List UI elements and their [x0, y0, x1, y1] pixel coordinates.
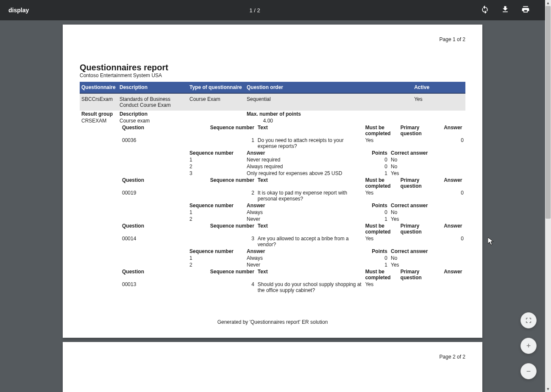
text-label: Text	[256, 268, 364, 281]
ans-seq-label: Sequence number	[188, 150, 245, 156]
answer-label: Answer	[442, 222, 465, 235]
document-scroll-area[interactable]: Page 1 of 2 Questionnaires report Contos…	[0, 20, 545, 392]
question-label: Question	[120, 268, 195, 281]
ans-correct-label: Correct answer	[389, 248, 465, 255]
ans-points-label: Points	[364, 202, 389, 209]
ans-correct-label: Correct answer	[389, 150, 465, 156]
ans-answer-label: Answer	[245, 202, 364, 209]
page-indicator: 1 / 2	[29, 7, 481, 14]
question-block: QuestionSequence numberTextMust be compl…	[80, 222, 465, 248]
print-icon[interactable]	[521, 5, 530, 15]
page-number-label: Page 2 of 2	[80, 354, 465, 360]
must-label: Must be completed	[364, 177, 399, 189]
answer-row: 3Only required for expenses above 25 USD…	[80, 170, 465, 177]
col-order: Question order	[245, 82, 412, 93]
col-active: Active	[412, 82, 465, 93]
must-label: Must be completed	[364, 124, 399, 137]
answer-row: 2Never1Yes	[80, 261, 465, 268]
answer-row: 1Always0No	[80, 209, 465, 216]
text-label: Text	[256, 222, 364, 235]
pdf-page-2: Page 2 of 2	[63, 342, 482, 392]
question-row: 000143Are you allowed to accept a bribe …	[80, 235, 465, 248]
question-block: QuestionSequence numberTextMust be compl…	[80, 124, 465, 150]
questionnaire-row: SBCCrsExam Standards of Business Conduct…	[80, 93, 465, 111]
answer-label: Answer	[442, 268, 465, 281]
rotate-icon[interactable]	[481, 5, 489, 15]
pdf-page-1: Page 1 of 2 Questionnaires report Contos…	[63, 25, 482, 338]
report-table: Questionnaire Description Type of questi…	[80, 82, 465, 111]
primary-label: Primary question	[399, 124, 442, 137]
question-label: Question	[120, 177, 195, 189]
answer-row: 2Always required0No	[80, 163, 465, 170]
table-header-row: Questionnaire Description Type of questi…	[80, 82, 465, 93]
question-label: Question	[120, 124, 195, 137]
question-row: 000134Should you do your school supply s…	[80, 281, 465, 294]
answers-block: Sequence numberAnswerPointsCorrect answe…	[80, 202, 465, 222]
question-row: 000192It is okay to pad my expense repor…	[80, 189, 465, 202]
scroll-down-icon[interactable]: ▼	[545, 386, 551, 392]
fit-page-button[interactable]	[520, 312, 537, 328]
answer-label: Answer	[442, 124, 465, 137]
sequence-label: Sequence number	[195, 222, 256, 235]
answers-block: Sequence numberAnswerPointsCorrect answe…	[80, 150, 465, 177]
ans-points-label: Points	[364, 150, 389, 156]
sequence-label: Sequence number	[195, 268, 256, 281]
question-block: QuestionSequence numberTextMust be compl…	[80, 268, 465, 294]
zoom-out-button[interactable]: −	[520, 363, 537, 379]
document-title: display	[8, 7, 29, 14]
ans-seq-label: Sequence number	[188, 248, 245, 255]
answer-row: 2Never1Yes	[80, 216, 465, 222]
ans-correct-label: Correct answer	[389, 202, 465, 209]
must-label: Must be completed	[364, 222, 399, 235]
col-type: Type of questionnaire	[188, 82, 245, 93]
vertical-scrollbar[interactable]: ▲ ▼	[545, 0, 551, 392]
col-description: Description	[118, 82, 188, 93]
zoom-in-button[interactable]: +	[520, 338, 537, 354]
scrollbar-thumb[interactable]	[545, 6, 551, 219]
must-label: Must be completed	[364, 268, 399, 281]
answer-row: 1Always0No	[80, 255, 465, 261]
ans-answer-label: Answer	[245, 150, 364, 156]
ans-seq-label: Sequence number	[188, 202, 245, 209]
text-label: Text	[256, 124, 364, 137]
report-title: Questionnaires report	[80, 63, 465, 72]
question-block: QuestionSequence numberTextMust be compl…	[80, 177, 465, 202]
scroll-up-icon[interactable]: ▲	[545, 0, 551, 6]
primary-label: Primary question	[399, 268, 442, 281]
report-footer: Generated by 'Questionnaires report' ER …	[80, 319, 465, 325]
question-row: 000361Do you need to attach receipts to …	[80, 137, 465, 150]
pdf-toolbar: display 1 / 2	[0, 0, 551, 20]
sequence-label: Sequence number	[195, 177, 256, 189]
answer-row: 1Never required0No	[80, 156, 465, 163]
result-group-table: Result group Description Max. number of …	[80, 111, 465, 124]
text-label: Text	[256, 177, 364, 189]
download-icon[interactable]	[501, 5, 509, 15]
question-label: Question	[120, 222, 195, 235]
answer-label: Answer	[442, 177, 465, 189]
ans-points-label: Points	[364, 248, 389, 255]
ans-answer-label: Answer	[245, 248, 364, 255]
sequence-label: Sequence number	[195, 124, 256, 137]
primary-label: Primary question	[399, 177, 442, 189]
page-number-label: Page 1 of 2	[80, 36, 465, 42]
answers-block: Sequence numberAnswerPointsCorrect answe…	[80, 248, 465, 268]
report-subtitle: Contoso Entertainment System USA	[80, 72, 465, 78]
primary-label: Primary question	[399, 222, 442, 235]
col-questionnaire: Questionnaire	[80, 82, 118, 93]
